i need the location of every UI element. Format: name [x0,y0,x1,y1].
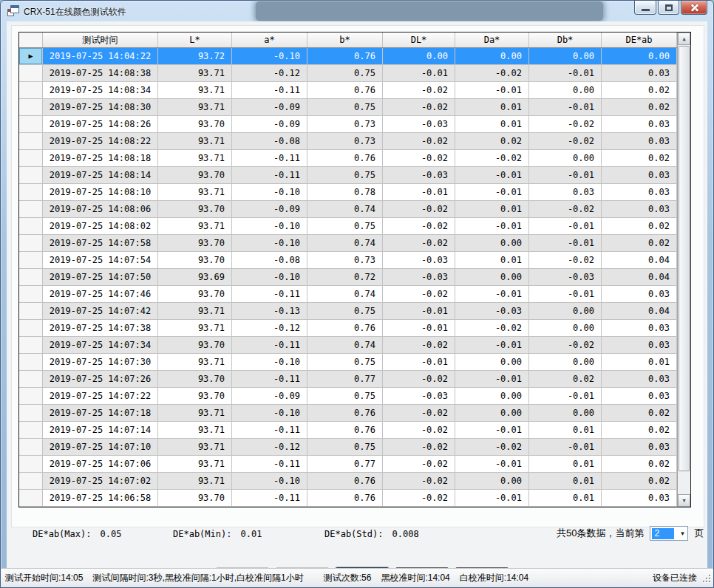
table-row[interactable]: 2019-07-25 14:07:2693.70-0.110.77-0.02-0… [19,371,677,388]
row-header[interactable] [19,184,43,200]
vertical-scrollbar[interactable]: ▲ ▼ [677,33,690,507]
cell-a: -0.12 [232,320,307,336]
scrollbar-track[interactable] [678,472,690,494]
cell-b: 0.75 [307,167,383,183]
scroll-up-button[interactable]: ▲ [678,33,690,45]
table-row[interactable]: 2019-07-25 14:08:2693.70-0.090.73-0.030.… [19,116,677,133]
table-row[interactable]: 2019-07-25 14:07:3093.71-0.100.75-0.010.… [19,354,677,371]
cell-time: 2019-07-25 14:07:02 [43,473,158,489]
cell-de-ab: 0.03 [602,388,677,404]
cell-da: 0.01 [455,116,529,132]
table-row[interactable]: 2019-07-25 14:07:3893.71-0.120.76-0.01-0… [19,320,677,337]
row-header[interactable] [19,133,43,149]
cell-l: 93.70 [158,201,232,217]
row-header[interactable] [19,354,43,370]
table-row[interactable]: 2019-07-25 14:08:2293.71-0.080.73-0.020.… [19,133,677,150]
row-header[interactable] [19,303,43,319]
cell-dl: -0.03 [383,388,455,404]
table-row[interactable]: 2019-07-25 14:07:5893.70-0.100.74-0.020.… [19,235,677,252]
measurement-data-grid[interactable]: 测试时间L*a*b*DL*Da*Db*DE*ab ▶2019-07-25 14:… [18,32,691,507]
cell-dl: -0.01 [383,303,455,319]
cell-a: -0.09 [232,116,307,132]
column-header-l[interactable]: L* [158,33,232,47]
row-header[interactable] [19,116,43,132]
table-row[interactable]: 2019-07-25 14:08:1093.71-0.100.78-0.01-0… [19,184,677,201]
column-header-da[interactable]: Da* [455,33,529,47]
cell-l: 93.71 [158,456,232,472]
cell-l: 93.71 [158,184,232,200]
cell-dl: 0.00 [383,48,455,64]
table-row[interactable]: 2019-07-25 14:07:5493.70-0.080.73-0.030.… [19,252,677,269]
cell-db: 0.01 [529,422,602,438]
table-row[interactable]: 2019-07-25 14:08:0293.71-0.100.75-0.02-0… [19,218,677,235]
row-header[interactable] [19,371,43,387]
page-select[interactable]: 2 ▼ [650,526,688,541]
column-header-time[interactable]: 测试时间 [43,33,158,47]
column-header-b[interactable]: b* [307,33,383,47]
cell-l: 93.70 [158,235,232,251]
title-bar[interactable]: CRX-51在线颜色测试软件 [1,1,713,21]
row-header[interactable] [19,218,43,234]
row-header[interactable] [19,65,43,81]
scroll-down-button[interactable]: ▼ [678,494,690,507]
row-header[interactable] [19,490,43,506]
row-header[interactable] [19,235,43,251]
row-header[interactable] [19,422,43,438]
column-header-db[interactable]: Db* [529,33,602,47]
cell-da: -0.01 [455,490,529,506]
column-header-a[interactable]: a* [232,33,307,47]
row-header[interactable] [19,456,43,472]
resize-grip[interactable] [703,575,710,582]
row-header[interactable] [19,167,43,183]
table-row[interactable]: 2019-07-25 14:07:1893.71-0.100.76-0.020.… [19,405,677,422]
cell-b: 0.73 [307,133,383,149]
column-header-dl[interactable]: DL* [383,33,455,47]
table-row[interactable]: 2019-07-25 14:07:1493.71-0.110.76-0.02-0… [19,422,677,439]
table-row[interactable]: 2019-07-25 14:07:4293.71-0.130.75-0.01-0… [19,303,677,320]
table-row[interactable]: 2019-07-25 14:08:3093.71-0.090.75-0.020.… [19,99,677,116]
row-header[interactable]: ▶ [19,48,43,64]
column-header-de-ab[interactable]: DE*ab [602,33,677,47]
cell-l: 93.70 [158,337,232,353]
table-row[interactable]: 2019-07-25 14:07:5093.69-0.100.72-0.030.… [19,269,677,286]
row-header[interactable] [19,388,43,404]
table-row[interactable]: 2019-07-25 14:08:1493.70-0.110.75-0.03-0… [19,167,677,184]
row-header[interactable] [19,201,43,217]
close-button[interactable] [681,1,707,15]
row-header[interactable] [19,337,43,353]
table-row[interactable]: 2019-07-25 14:07:3493.70-0.110.74-0.02-0… [19,337,677,354]
cell-time: 2019-07-25 14:07:22 [43,388,158,404]
table-row[interactable]: ▶2019-07-25 14:04:2293.72-0.100.760.000.… [19,48,677,65]
table-row[interactable]: 2019-07-25 14:08:1893.71-0.110.76-0.02-0… [19,150,677,167]
row-header[interactable] [19,269,43,285]
table-row[interactable]: 2019-07-25 14:08:3493.71-0.110.76-0.02-0… [19,82,677,99]
cell-b: 0.75 [307,388,383,404]
cell-b: 0.73 [307,252,383,268]
row-header[interactable] [19,405,43,421]
row-header[interactable] [19,82,43,98]
client-area: 测试时间L*a*b*DL*Da*Db*DE*ab ▶2019-07-25 14:… [7,21,707,582]
table-row[interactable]: 2019-07-25 14:07:4693.70-0.110.74-0.02-0… [19,286,677,303]
row-header[interactable] [19,320,43,336]
row-header[interactable] [19,439,43,455]
row-header[interactable] [19,286,43,302]
cell-da: -0.01 [455,456,529,472]
minimize-button[interactable] [634,1,656,15]
table-row[interactable]: 2019-07-25 14:07:0693.71-0.110.77-0.02-0… [19,456,677,473]
cell-db: -0.01 [529,167,602,183]
table-row[interactable]: 2019-07-25 14:07:1093.71-0.120.75-0.02-0… [19,439,677,456]
table-row[interactable]: 2019-07-25 14:08:3893.71-0.120.75-0.01-0… [19,65,677,82]
maximize-button[interactable] [658,1,679,15]
table-row[interactable]: 2019-07-25 14:07:2293.70-0.090.75-0.030.… [19,388,677,405]
cell-db: 0.02 [529,371,602,387]
scrollbar-thumb[interactable] [679,46,690,471]
table-row[interactable]: 2019-07-25 14:06:5893.70-0.110.76-0.02-0… [19,490,677,507]
window-title: CRX-51在线颜色测试软件 [24,6,126,18]
row-header[interactable] [19,252,43,268]
table-row[interactable]: 2019-07-25 14:08:0693.70-0.090.74-0.020.… [19,201,677,218]
row-header[interactable] [19,473,43,489]
table-row[interactable]: 2019-07-25 14:07:0293.71-0.100.76-0.020.… [19,473,677,490]
grid-header-corner [19,33,43,47]
row-header[interactable] [19,99,43,115]
row-header[interactable] [19,150,43,166]
